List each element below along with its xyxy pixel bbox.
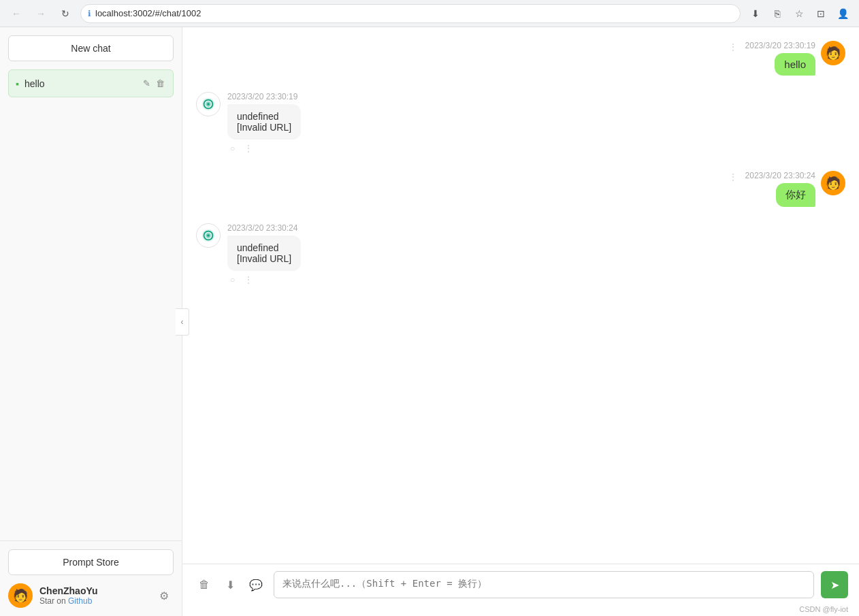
- user-message-actions-1: ⋮: [726, 41, 740, 53]
- user-message-meta-2: 2023/3/20 23:30:24 你好: [745, 171, 815, 207]
- user-message-meta-1: 2023/3/20 23:30:19 hello: [745, 41, 815, 76]
- collapse-sidebar-button[interactable]: ‹: [176, 308, 189, 336]
- chat-icon: ▪: [16, 78, 19, 89]
- sidebar: New chat ▪ hello ✎ 🗑 Prompt Store 🧑: [0, 27, 182, 616]
- message-group-1: ⋮ 2023/3/20 23:30:19 hello 🧑: [196, 41, 845, 76]
- user-info: 🧑 ChenZhaoYu Star on Github ⚙: [8, 583, 174, 608]
- send-button[interactable]: ➤: [821, 571, 848, 598]
- user-details: ChenZhaoYu Star on Github: [39, 585, 148, 606]
- chat-item-label: hello: [25, 78, 136, 89]
- user-message-row-2: ⋮ 2023/3/20 23:30:24 你好 🧑: [196, 171, 845, 207]
- github-link[interactable]: Github: [68, 596, 92, 606]
- chat-input[interactable]: [274, 571, 814, 598]
- delete-conversation-button[interactable]: 🗑: [193, 574, 215, 596]
- ai-timestamp-1: 2023/3/20 23:30:19: [227, 92, 845, 101]
- browser-chrome: ← → ↻ ℹ localhost:3002/#/chat/1002 ⬇ ⎘ ☆…: [0, 0, 859, 27]
- sidebar-bottom: Prompt Store 🧑 ChenZhaoYu Star on Github…: [0, 540, 182, 616]
- input-area: 🗑 ⬇ 💬 ➤: [182, 564, 859, 605]
- forward-button[interactable]: →: [31, 4, 50, 23]
- sidebar-top: New chat: [0, 27, 182, 69]
- more-options-button-1[interactable]: ⋮: [726, 41, 740, 53]
- delete-chat-button[interactable]: 🗑: [155, 77, 166, 90]
- ai-bubble-1: undefined[Invalid URL]: [227, 104, 301, 140]
- ai-invalid-url-1: [Invalid URL]: [237, 122, 291, 133]
- wechat-button[interactable]: 💬: [245, 574, 267, 596]
- settings-button[interactable]: ⚙: [155, 586, 174, 605]
- ai-message-row-1: 2023/3/20 23:30:19 undefined[Invalid URL…: [196, 92, 845, 155]
- user-avatar-chat-2: 🧑: [821, 171, 845, 195]
- chat-item-actions: ✎ 🗑: [142, 77, 166, 90]
- more-options-button-2[interactable]: ⋮: [726, 171, 740, 183]
- svg-point-0: [207, 103, 210, 106]
- share-button[interactable]: ⎘: [768, 4, 787, 23]
- ai-bubble-actions-2: ○ ⋮: [227, 274, 845, 286]
- sidebar-wrapper: New chat ▪ hello ✎ 🗑 Prompt Store 🧑: [0, 27, 182, 616]
- ai-copy-button-2[interactable]: ○: [227, 274, 238, 286]
- avatar: 🧑: [8, 583, 33, 608]
- ai-invalid-url-2: [Invalid URL]: [237, 253, 291, 264]
- edit-chat-button[interactable]: ✎: [142, 77, 152, 90]
- chat-list: ▪ hello ✎ 🗑: [0, 69, 182, 540]
- chat-item[interactable]: ▪ hello ✎ 🗑: [8, 69, 174, 97]
- user-message-actions-2: ⋮: [726, 171, 740, 183]
- info-icon: ℹ: [88, 9, 91, 18]
- ai-message-content-1: 2023/3/20 23:30:19 undefined[Invalid URL…: [227, 92, 845, 155]
- user-avatar-emoji-2: 🧑: [826, 176, 841, 191]
- user-sub: Star on Github: [39, 596, 148, 606]
- new-chat-button[interactable]: New chat: [8, 35, 174, 61]
- ai-bubble-2: undefined[Invalid URL]: [227, 236, 301, 271]
- user-bubble-2: 你好: [776, 183, 815, 207]
- footer-credit: CSDN @fly-iot: [182, 605, 859, 616]
- user-avatar-emoji-1: 🧑: [826, 46, 841, 61]
- prompt-store-button[interactable]: Prompt Store: [8, 549, 174, 575]
- user-bubble-1: hello: [775, 53, 815, 76]
- profile-button[interactable]: 👤: [833, 4, 852, 23]
- message-group-2: 2023/3/20 23:30:19 undefined[Invalid URL…: [196, 92, 845, 155]
- refresh-button[interactable]: ↻: [56, 4, 75, 23]
- back-button[interactable]: ←: [7, 4, 26, 23]
- ai-avatar-2: [196, 223, 221, 248]
- address-bar[interactable]: ℹ localhost:3002/#/chat/1002: [80, 4, 741, 23]
- ai-avatar-1: [196, 92, 221, 116]
- split-button[interactable]: ⊡: [811, 4, 830, 23]
- message-group-3: ⋮ 2023/3/20 23:30:24 你好 🧑: [196, 171, 845, 207]
- user-name: ChenZhaoYu: [39, 585, 148, 596]
- avatar-emoji: 🧑: [13, 588, 28, 603]
- ai-more-button-2[interactable]: ⋮: [242, 274, 255, 286]
- messages-container: ⋮ 2023/3/20 23:30:19 hello 🧑: [182, 27, 859, 564]
- export-button[interactable]: ⬇: [219, 574, 241, 596]
- user-avatar-chat-1: 🧑: [821, 41, 845, 65]
- ai-copy-button-1[interactable]: ○: [227, 142, 238, 155]
- ai-message-content-2: 2023/3/20 23:30:24 undefined[Invalid URL…: [227, 223, 845, 286]
- app: New chat ▪ hello ✎ 🗑 Prompt Store 🧑: [0, 27, 859, 616]
- user-timestamp-1: 2023/3/20 23:30:19: [745, 41, 815, 50]
- chat-area: ⋮ 2023/3/20 23:30:19 hello 🧑: [182, 27, 859, 616]
- user-timestamp-2: 2023/3/20 23:30:24: [745, 171, 815, 180]
- url-text: localhost:3002/#/chat/1002: [95, 8, 201, 18]
- input-actions-left: 🗑 ⬇ 💬: [193, 574, 267, 596]
- download-button[interactable]: ⬇: [746, 4, 765, 23]
- svg-point-1: [207, 234, 210, 237]
- browser-actions: ⬇ ⎘ ☆ ⊡ 👤: [746, 4, 852, 23]
- ai-more-button-1[interactable]: ⋮: [242, 142, 255, 155]
- user-message-row-1: ⋮ 2023/3/20 23:30:19 hello 🧑: [196, 41, 845, 76]
- ai-message-row-2: 2023/3/20 23:30:24 undefined[Invalid URL…: [196, 223, 845, 286]
- message-group-4: 2023/3/20 23:30:24 undefined[Invalid URL…: [196, 223, 845, 286]
- star-button[interactable]: ☆: [790, 4, 809, 23]
- ai-timestamp-2: 2023/3/20 23:30:24: [227, 223, 845, 233]
- ai-bubble-actions-1: ○ ⋮: [227, 142, 845, 155]
